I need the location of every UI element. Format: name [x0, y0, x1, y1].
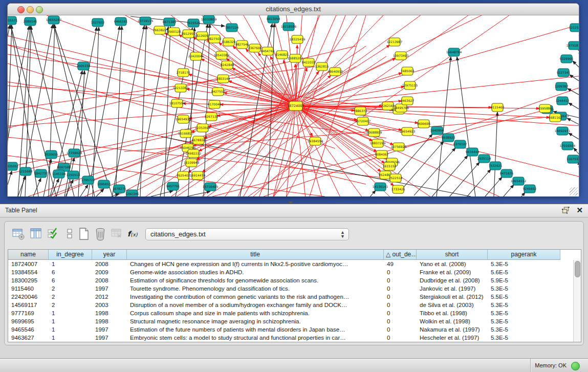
graph-node[interactable]: 12353594 [195, 124, 211, 132]
graph-node[interactable]: 7615526 [187, 19, 201, 27]
select-rows-icon[interactable] [47, 227, 60, 240]
graph-node[interactable]: 1244413 [556, 97, 570, 105]
graph-node[interactable]: 7886372 [354, 107, 367, 115]
table-cell[interactable]: Investigating the contribution of common… [127, 293, 384, 301]
graph-node[interactable]: 9335051 [8, 162, 19, 170]
table-cell[interactable]: 2012 [92, 293, 127, 301]
splitter-grip-icon[interactable] [288, 202, 293, 204]
column-header-year[interactable]: year [92, 250, 127, 260]
graph-node[interactable]: 1212539 [569, 24, 579, 32]
graph-node[interactable]: 22420046 [188, 52, 204, 60]
table-cell[interactable]: 1997 [92, 285, 127, 293]
table-cell[interactable]: 5.5E-5 [488, 293, 560, 301]
table-cell[interactable]: 2 [49, 301, 92, 309]
graph-node[interactable]: 1405571 [8, 16, 18, 25]
graph-node[interactable]: 1527602 [91, 18, 105, 27]
graph-node[interactable]: 8454743 [261, 47, 275, 55]
table-row[interactable]: 911546021997Tourette syndrome. Phenomeno… [8, 285, 574, 293]
table-cell[interactable]: 19384554 [8, 268, 49, 276]
table-row[interactable]: 946554611997Estimation of the future num… [8, 325, 574, 334]
table-cell[interactable]: Tibbo et al. (1998) [417, 309, 488, 317]
graph-node[interactable]: 2803144 [216, 75, 230, 83]
table-cell[interactable]: 5.3E-5 [488, 325, 560, 334]
graph-node[interactable]: 14982222 [186, 149, 202, 158]
table-cell[interactable]: 0 [384, 325, 417, 334]
graph-node[interactable]: 19218586 [281, 23, 297, 31]
table-cell[interactable]: 1 [49, 317, 92, 325]
table-cell[interactable]: Stergiakouli et al. (2012) [417, 293, 488, 301]
graph-node[interactable]: 16033809 [201, 15, 217, 24]
graph-node[interactable]: 7857224 [225, 24, 239, 32]
graph-node[interactable]: 1095810 [97, 180, 111, 188]
table-cell[interactable]: 1997 [92, 325, 127, 334]
graph-node[interactable]: 10688809 [366, 128, 382, 137]
memory-ok-led[interactable] [571, 362, 580, 370]
table-cell[interactable]: Estimation of significance thresholds fo… [127, 276, 384, 285]
graph-node[interactable]: 9146821 [275, 51, 289, 59]
column-header-short[interactable]: short [417, 250, 488, 260]
graph-node[interactable]: 9457791 [166, 182, 180, 190]
graph-node[interactable]: 2718170 [177, 69, 190, 77]
table-cell[interactable]: Genome-wide association studies in ADHD. [127, 268, 384, 276]
table-cell[interactable]: 5.3E-5 [488, 285, 560, 293]
column-header-out_de[interactable]: △ out_de… [384, 250, 417, 260]
graph-node[interactable]: 18724007 [287, 101, 304, 111]
table-cell[interactable]: Dudbridge et al. (2008) [417, 276, 488, 285]
network-canvas[interactable]: 1405571208914610655287152760264661611071… [8, 15, 579, 196]
graph-node[interactable]: 7663822 [153, 26, 167, 34]
table-cell[interactable]: 9777169 [8, 309, 49, 317]
table-cell[interactable]: Estimation of the future numbers of pati… [127, 325, 384, 334]
table-cell[interactable]: 0 [384, 317, 417, 325]
table-cell[interactable]: 5.6E-5 [488, 268, 560, 276]
graph-node[interactable]: 1678275 [113, 185, 126, 193]
graph-node[interactable]: 1215688 [19, 167, 33, 176]
graph-node[interactable]: 1733426 [391, 185, 405, 193]
table-row[interactable]: 1872400712008Changes of HCN gene express… [8, 260, 574, 268]
row-height-icon[interactable] [63, 227, 76, 240]
table-cell[interactable]: 5.3E-5 [488, 309, 560, 317]
network-window[interactable]: citations_edges.txt 14055712089146106552… [7, 3, 579, 196]
graph-node[interactable]: 4170046 [208, 100, 222, 108]
close-panel-icon[interactable]: ✕ [576, 206, 583, 215]
table-cell[interactable]: 5.9E-5 [488, 276, 560, 285]
graph-node[interactable]: 2089146 [24, 17, 37, 26]
graph-node[interactable]: 9329966 [560, 55, 574, 63]
column-header-pagerank[interactable]: pagerank [488, 250, 560, 260]
new-table-icon[interactable] [77, 227, 91, 240]
table-cell[interactable]: 0 [384, 334, 417, 342]
table-cell[interactable]: 5.3E-5 [488, 260, 560, 268]
graph-node[interactable]: 17359928 [67, 149, 82, 157]
table-row[interactable]: 946362711997Embryonic stem cells: a mode… [8, 334, 574, 342]
graph-node[interactable]: 9084067 [375, 150, 389, 159]
table-cell[interactable]: 0 [384, 293, 417, 301]
table-cell[interactable]: 9699695 [8, 317, 49, 325]
table-mode-icon[interactable] [12, 227, 25, 240]
graph-node[interactable]: 16648784 [446, 48, 462, 56]
graph-node[interactable]: 8813054 [267, 15, 280, 23]
function-builder-icon[interactable]: f (x) [126, 227, 140, 240]
graph-node[interactable]: 8186328 [222, 38, 236, 46]
graph-node[interactable]: 2935114 [477, 155, 491, 163]
table-cell[interactable]: 1 [49, 260, 92, 268]
graph-node[interactable]: 10654112 [511, 177, 527, 185]
graph-node[interactable]: 15720407 [355, 117, 371, 125]
table-cell[interactable]: Structural magnetic resonance image aver… [127, 317, 384, 325]
graph-node[interactable]: 15166827 [178, 129, 194, 138]
table-cell[interactable]: de Silva et al. (2003) [417, 301, 488, 309]
graph-node[interactable]: 19384554 [308, 137, 323, 145]
table-cell[interactable]: 49 [384, 260, 417, 268]
graph-node[interactable]: 6671385 [163, 18, 177, 26]
table-row[interactable]: 1456911722003Disruption of a novel membe… [8, 301, 574, 309]
table-cell[interactable]: 6 [49, 268, 92, 276]
graph-node[interactable]: 17016504 [560, 142, 576, 150]
graph-node[interactable]: 7522514 [389, 174, 403, 182]
graph-node[interactable]: 15692971 [555, 127, 571, 135]
table-cell[interactable]: 6 [49, 276, 92, 285]
table-cell[interactable]: Jankovic et al. (1997) [417, 285, 488, 293]
graph-node[interactable]: 9242848 [221, 61, 234, 69]
table-cell[interactable]: 5.3E-5 [488, 334, 560, 342]
graph-node[interactable]: 1145194 [52, 170, 66, 178]
table-cell[interactable]: 1998 [92, 317, 127, 325]
delete-table-icon[interactable] [94, 227, 107, 240]
graph-node[interactable]: 1615152 [383, 162, 397, 170]
